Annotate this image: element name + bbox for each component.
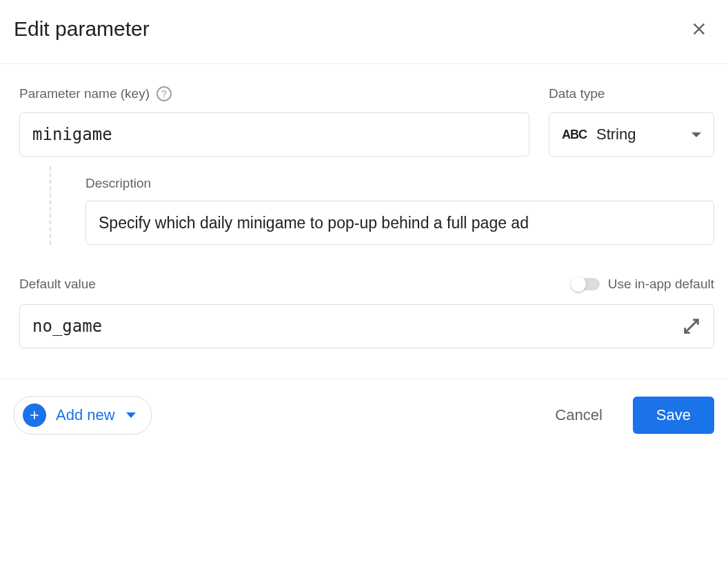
help-icon[interactable]: ? bbox=[156, 86, 172, 101]
select-content: ABC String bbox=[562, 126, 636, 143]
add-new-label: Add new bbox=[56, 406, 115, 424]
param-name-input[interactable] bbox=[19, 112, 529, 157]
dialog-body: Parameter name (key) ? Data type ABC Str… bbox=[0, 64, 728, 379]
description-content: Description bbox=[85, 166, 714, 245]
dialog-header: Edit parameter bbox=[0, 0, 728, 64]
tree-line bbox=[50, 166, 80, 245]
description-input[interactable] bbox=[85, 201, 714, 245]
default-value-input[interactable] bbox=[32, 317, 682, 336]
param-name-label-row: Parameter name (key) ? bbox=[19, 86, 529, 101]
default-value-section: Default value Use in-app default bbox=[19, 277, 714, 348]
param-name-label: Parameter name (key) bbox=[19, 86, 150, 101]
top-row: Parameter name (key) ? Data type ABC Str… bbox=[19, 86, 714, 157]
data-type-label: Data type bbox=[549, 86, 714, 101]
chevron-down-icon bbox=[691, 132, 701, 137]
param-name-section: Parameter name (key) ? bbox=[19, 86, 529, 157]
in-app-default-toggle[interactable] bbox=[572, 278, 600, 290]
plus-circle-icon bbox=[23, 403, 46, 427]
chevron-down-icon bbox=[126, 412, 136, 418]
save-button[interactable]: Save bbox=[633, 397, 714, 434]
default-value-label: Default value bbox=[19, 277, 96, 292]
toggle-label: Use in-app default bbox=[608, 277, 714, 292]
default-header: Default value Use in-app default bbox=[19, 277, 714, 292]
dialog-footer: Add new Cancel Save bbox=[0, 379, 728, 451]
add-new-button[interactable]: Add new bbox=[14, 396, 152, 435]
close-icon bbox=[689, 19, 709, 39]
toggle-section: Use in-app default bbox=[572, 277, 714, 292]
string-type-icon: ABC bbox=[562, 128, 587, 142]
expand-button[interactable] bbox=[682, 317, 701, 336]
cancel-button[interactable]: Cancel bbox=[541, 398, 616, 432]
data-type-select[interactable]: ABC String bbox=[549, 112, 714, 157]
data-type-value: String bbox=[596, 126, 636, 143]
expand-icon bbox=[682, 317, 701, 336]
description-label: Description bbox=[85, 176, 714, 191]
footer-actions: Cancel Save bbox=[541, 397, 714, 434]
toggle-thumb bbox=[571, 277, 586, 292]
data-type-section: Data type ABC String bbox=[549, 86, 714, 157]
default-value-box bbox=[19, 304, 714, 348]
dialog-title: Edit parameter bbox=[14, 17, 150, 41]
description-section: Description bbox=[19, 166, 714, 245]
close-button[interactable] bbox=[684, 14, 714, 44]
